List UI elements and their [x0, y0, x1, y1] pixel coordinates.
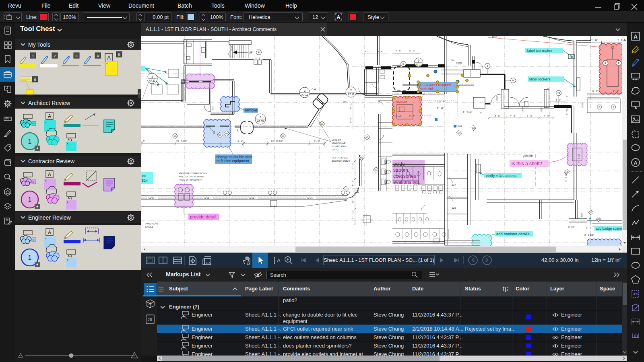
svg-text:2: 2	[350, 89, 352, 92]
svg-text:2: 2	[260, 116, 261, 119]
svg-text:A: A	[48, 172, 51, 177]
svg-text:6' - 10": 6' - 10"	[349, 102, 352, 109]
svg-text:add badge scann: add badge scann	[596, 226, 622, 230]
svg-text:3' - 5": 3' - 5"	[495, 115, 500, 117]
svg-text:A: A	[48, 230, 51, 235]
svg-text:1' - 6": 1' - 6"	[566, 95, 568, 101]
svg-text:FACE OF MASONRY: FACE OF MASONRY	[179, 179, 202, 181]
svg-text:A7.11: A7.11	[149, 79, 156, 82]
svg-text:7' - 7 1/2": 7' - 7 1/2"	[351, 210, 354, 219]
svg-text:1: 1	[28, 254, 32, 261]
svg-text:ARE TO THE NOMINAL: ARE TO THE NOMINAL	[179, 175, 205, 178]
svg-text:115A: 115A	[580, 212, 583, 217]
svg-text:M1: M1	[174, 135, 177, 137]
svg-text:JS: JS	[147, 318, 152, 322]
svg-text:102F: 102F	[456, 62, 462, 65]
svg-text:A7.11: A7.11	[348, 93, 355, 96]
svg-text:ccessories: ccessories	[393, 173, 416, 179]
svg-text:E: E	[258, 51, 260, 53]
svg-text:4' - 11 1/2": 4' - 11 1/2"	[422, 114, 432, 117]
svg-text:M1: M1	[225, 132, 228, 135]
svg-text:115H: 115H	[581, 103, 584, 108]
svg-text:is this a shelf?: is this a shelf?	[512, 161, 542, 167]
svg-text:E: E	[402, 63, 404, 65]
svg-text:LINE OF: LINE OF	[332, 139, 341, 141]
svg-text:5' - 9 1/2": 5' - 9 1/2"	[566, 106, 568, 115]
svg-text:A7.05: A7.05	[257, 120, 264, 123]
svg-text:stroom: stroom	[393, 167, 408, 173]
svg-text:to fit elec equipment: to fit elec equipment	[217, 159, 249, 163]
svg-text:SECTION 05524: SECTION 05524	[332, 160, 350, 162]
svg-text:E: E	[618, 62, 619, 64]
svg-text:101F: 101F	[492, 36, 497, 38]
svg-text:M1: M1	[366, 136, 369, 138]
svg-text:2' - 0 1/2": 2' - 0 1/2"	[584, 234, 594, 236]
svg-text:4' - 6": 4' - 6"	[396, 49, 401, 52]
svg-text:T3: T3	[557, 92, 560, 94]
svg-text:4' - 6": 4' - 6"	[378, 50, 383, 53]
svg-text:G2: G2	[472, 127, 475, 129]
svg-text:M1: M1	[282, 135, 285, 137]
svg-text:SINK(N)IC: SINK(N)IC	[396, 101, 408, 103]
svg-text:7' - 6": 7' - 6"	[527, 115, 533, 117]
svg-text:5: 5	[118, 53, 120, 57]
svg-text:11": 11"	[547, 87, 550, 90]
svg-text:7' - 8 1/2": 7' - 8 1/2"	[578, 154, 580, 163]
svg-text:3: 3	[304, 89, 305, 92]
svg-text:A: A	[634, 160, 638, 166]
svg-text:5' - 4 1/2": 5' - 4 1/2"	[463, 111, 472, 113]
svg-text:5' - 9": 5' - 9"	[592, 90, 598, 92]
svg-text:EAGLE: EAGLE	[145, 226, 153, 228]
svg-text:G2: G2	[597, 218, 600, 220]
svg-text:6' - 7": 6' - 7"	[409, 115, 415, 117]
svg-text:1: 1	[28, 138, 32, 145]
svg-text:A: A	[107, 55, 111, 61]
svg-text:M1: M1	[321, 123, 324, 125]
svg-text:1: 1	[32, 54, 34, 58]
svg-text:R: R	[512, 79, 514, 82]
svg-text:10' - 0": 10' - 0"	[351, 196, 354, 203]
svg-text:120A: 120A	[456, 125, 462, 128]
svg-text:E: E	[605, 62, 606, 64]
svg-text:(TYP.): (TYP.)	[332, 148, 339, 151]
svg-text:A: A	[336, 14, 341, 20]
svg-text:A7.11: A7.11	[415, 63, 422, 66]
svg-text:9": 9"	[480, 111, 482, 114]
svg-text:provide detail: provide detail	[190, 214, 216, 219]
svg-text:G2: G2	[590, 211, 592, 214]
svg-text:4' - 9": 4' - 9"	[510, 115, 516, 117]
svg-text:label ice maker: label ice maker	[527, 48, 553, 53]
svg-text:A7.11: A7.11	[301, 93, 308, 96]
svg-text:change to double door: change to double door	[217, 155, 253, 159]
svg-text:AMERICAN: AMERICAN	[145, 222, 158, 225]
svg-text:6: 6	[34, 78, 36, 82]
svg-text:6' - 9": 6' - 9"	[351, 180, 354, 186]
svg-text:23' - 10 1/2": 23' - 10 1/2"	[271, 140, 283, 142]
svg-text:2: 2	[54, 54, 56, 58]
svg-text:GUARD RAIL: GUARD RAIL	[332, 145, 347, 148]
svg-text:127: 127	[452, 183, 456, 186]
svg-text:ovide: ovide	[393, 161, 405, 167]
svg-text:3D: 3D	[148, 302, 152, 305]
svg-text:4' - 4": 4' - 4"	[237, 140, 243, 142]
svg-text:6' - 9": 6' - 9"	[409, 49, 415, 52]
svg-text:ec: ec	[142, 174, 146, 178]
svg-text:145H: 145H	[357, 188, 359, 193]
svg-text:(950 SF): (950 SF)	[523, 155, 533, 158]
svg-text:130: 130	[236, 129, 239, 133]
svg-text:4' - 6": 4' - 6"	[617, 39, 622, 41]
svg-text:DN: DN	[451, 59, 454, 62]
svg-text:M1: M1	[375, 169, 378, 171]
svg-text:G1: G1	[345, 187, 348, 190]
svg-text:S: S	[487, 65, 488, 67]
svg-text:145G: 145G	[307, 197, 313, 200]
svg-text:5' - 0": 5' - 0"	[349, 117, 352, 123]
svg-text:G6: G6	[458, 132, 461, 134]
svg-text:11 1/2": 11 1/2"	[568, 226, 575, 228]
svg-text:F: F	[613, 106, 614, 108]
svg-text:VEHICULAR: VEHICULAR	[332, 142, 346, 144]
svg-text:4' - 11": 4' - 11"	[365, 50, 372, 53]
svg-text:7' - 0": 7' - 0"	[351, 163, 354, 169]
svg-text:4' - 11": 4' - 11"	[591, 39, 598, 41]
svg-text:3: 3	[75, 54, 77, 58]
